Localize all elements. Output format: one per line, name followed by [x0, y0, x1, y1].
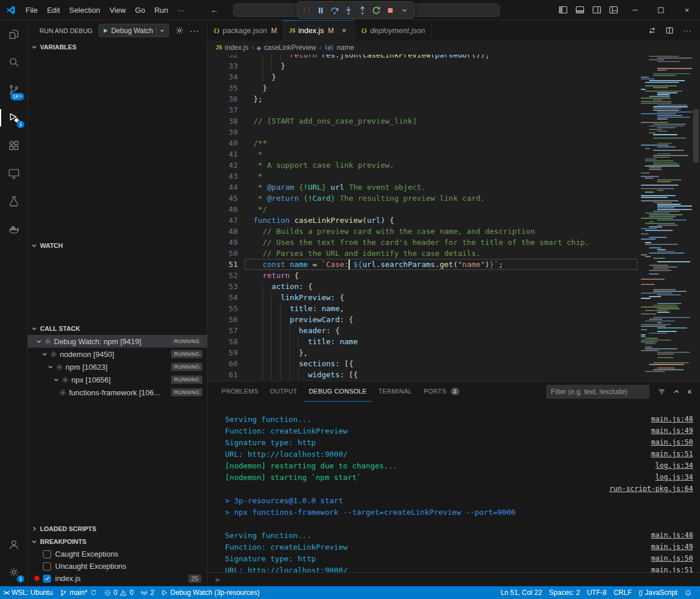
console-source-link[interactable]: log.js:34 — [655, 473, 693, 481]
call-stack-session[interactable]: npm [10623]RUNNING — [28, 360, 207, 373]
close-tab-icon[interactable]: × — [339, 26, 349, 35]
code-line[interactable]: 41 * — [208, 149, 638, 160]
code-line[interactable]: 48 // Builds a preview card with the cas… — [208, 226, 638, 237]
console-source-link[interactable]: main.js:49 — [651, 543, 693, 551]
menu-view[interactable]: View — [105, 4, 130, 16]
code-column[interactable]: 32 return res.json(caseLinkPreview(parse… — [208, 55, 638, 381]
stop-button[interactable] — [383, 3, 397, 17]
remote-explorer-icon[interactable] — [0, 160, 27, 187]
code-line[interactable]: 35 } — [208, 82, 638, 93]
code-line[interactable]: 46 */ — [208, 204, 638, 215]
explorer-icon[interactable] — [0, 20, 27, 48]
code-line[interactable]: 47function caseLinkPreview(url) { — [208, 215, 638, 226]
git-branch-item[interactable]: main* — [56, 586, 100, 599]
code-line[interactable]: 43 * — [208, 171, 638, 182]
tab-ports[interactable]: PORTS2 — [418, 381, 465, 402]
code-line[interactable]: 57 header: { — [208, 325, 638, 336]
menu-edit[interactable]: Edit — [42, 4, 64, 16]
configure-gear-icon[interactable] — [172, 26, 187, 35]
console-source-link[interactable]: main.js:50 — [651, 438, 693, 446]
maximize-panel-icon[interactable] — [673, 388, 680, 395]
debug-session-dropdown[interactable] — [397, 3, 411, 17]
cursor-position-item[interactable]: Ln 51, Col 22 — [497, 586, 545, 599]
step-out-button[interactable] — [356, 3, 369, 17]
console-source-link[interactable]: main.js:50 — [651, 554, 693, 562]
console-source-link[interactable]: main.js:51 — [651, 566, 693, 572]
console-source-link[interactable]: main.js:51 — [651, 450, 693, 458]
tab-index-js[interactable]: JS index.js M × — [283, 20, 355, 41]
code-line[interactable]: 44 * @param {!URL} url The event object. — [208, 182, 638, 193]
console-lines[interactable]: Serving function...main.js:48Function: c… — [208, 402, 700, 572]
console-source-link[interactable]: main.js:48 — [651, 531, 693, 539]
code-line[interactable]: 33 } — [208, 60, 638, 71]
code-line[interactable]: 39 — [208, 127, 638, 138]
settings-gear-icon[interactable]: 1 — [0, 558, 27, 586]
language-mode-item[interactable]: {} JavaScript — [635, 586, 681, 599]
indentation-item[interactable]: Spaces: 2 — [546, 586, 583, 599]
tab-debug-console[interactable]: DEBUG CONSOLE — [303, 381, 373, 402]
code-line[interactable]: 59 }, — [208, 347, 638, 358]
menu-selection[interactable]: Selection — [64, 4, 104, 16]
notifications-bell-icon[interactable] — [681, 586, 695, 599]
code-line[interactable]: 34 } — [208, 71, 638, 82]
code-line[interactable]: 37 — [208, 104, 638, 116]
code-line[interactable]: 40/** — [208, 138, 638, 149]
call-stack-session[interactable]: npx [10656]RUNNING — [28, 373, 207, 386]
breakpoint-checkbox[interactable] — [43, 562, 51, 571]
scrollbar-thumb[interactable] — [693, 109, 699, 163]
breakpoint-item[interactable]: index.js25 — [28, 572, 207, 584]
code-line[interactable]: 53 action: { — [208, 281, 638, 292]
call-stack-session[interactable]: functions-framework [106...RUNNING — [28, 386, 207, 399]
code-line[interactable]: 42 * A support case link preview. — [208, 160, 638, 171]
menu-overflow[interactable]: ··· — [173, 4, 190, 16]
run-and-debug-icon[interactable]: 1 — [0, 104, 27, 132]
breadcrumb-member[interactable]: name — [337, 44, 354, 52]
call-stack-session[interactable]: Debug Watch: npm [9419]RUNNING — [28, 335, 207, 348]
call-stack-session[interactable]: nodemon [9450]RUNNING — [28, 348, 207, 360]
step-over-button[interactable] — [328, 3, 342, 17]
toggle-secondary-sidebar-icon[interactable] — [588, 0, 605, 20]
variables-section-header[interactable]: VARIABLES — [28, 41, 207, 53]
breakpoint-checkbox[interactable] — [43, 575, 51, 583]
open-changes-icon[interactable] — [648, 26, 657, 35]
code-line[interactable]: 60 sections: [{ — [208, 358, 638, 369]
source-control-icon[interactable]: 1K+ — [0, 76, 27, 104]
code-line[interactable]: 50 // Parses the URL and identify the ca… — [208, 248, 638, 259]
close-window-button[interactable]: × — [674, 0, 700, 20]
step-into-button[interactable] — [342, 3, 356, 17]
extensions-icon[interactable] — [0, 132, 27, 160]
split-editor-icon[interactable] — [665, 26, 674, 35]
code-line[interactable]: 32 return res.json(caseLinkPreview(parse… — [208, 55, 638, 60]
restart-button[interactable] — [369, 3, 383, 17]
call-stack-section-header[interactable]: CALL STACK — [28, 322, 207, 335]
console-source-link[interactable]: log.js:34 — [655, 461, 693, 470]
toggle-sidebar-icon[interactable] — [554, 0, 571, 20]
breakpoints-section-header[interactable]: BREAKPOINTS — [28, 535, 207, 548]
tab-problems[interactable]: PROBLEMS — [216, 381, 264, 402]
menu-go[interactable]: Go — [130, 4, 150, 16]
tab-package-json[interactable]: {} package.json M — [208, 20, 283, 41]
console-input[interactable]: > — [208, 572, 700, 586]
remote-indicator[interactable]: >< WSL: Ubuntu — [0, 586, 56, 599]
toggle-panel-icon[interactable] — [571, 0, 588, 20]
close-panel-icon[interactable]: × — [687, 387, 692, 396]
console-source-link[interactable]: main.js:48 — [651, 415, 693, 423]
nav-back-button[interactable]: ← — [211, 5, 219, 15]
breadcrumb-symbol[interactable]: caseLinkPreview — [264, 44, 316, 52]
minimize-button[interactable] — [622, 0, 648, 20]
tab-output[interactable]: OUTPUT — [264, 381, 303, 402]
breakpoint-item[interactable]: Uncaught Exceptions — [28, 560, 207, 572]
code-line[interactable]: 36}; — [208, 93, 638, 104]
breakpoint-checkbox[interactable] — [43, 550, 51, 558]
breakpoint-item[interactable]: Caught Exceptions — [28, 548, 207, 560]
encoding-item[interactable]: UTF-8 — [583, 586, 610, 599]
code-line[interactable]: 49 // Uses the text from the card's head… — [208, 237, 638, 248]
search-icon[interactable] — [0, 48, 27, 76]
code-line[interactable]: 51 const name = `Case: ${url.searchParam… — [208, 259, 638, 270]
accounts-icon[interactable] — [0, 531, 27, 558]
code-line[interactable]: 56 previewCard: { — [208, 314, 638, 325]
pause-button[interactable] — [314, 3, 328, 17]
more-actions-icon[interactable]: ··· — [683, 26, 692, 35]
watch-section-header[interactable]: WATCH — [28, 239, 207, 252]
drag-grip-icon[interactable]: ⋮⋮ — [301, 6, 310, 14]
